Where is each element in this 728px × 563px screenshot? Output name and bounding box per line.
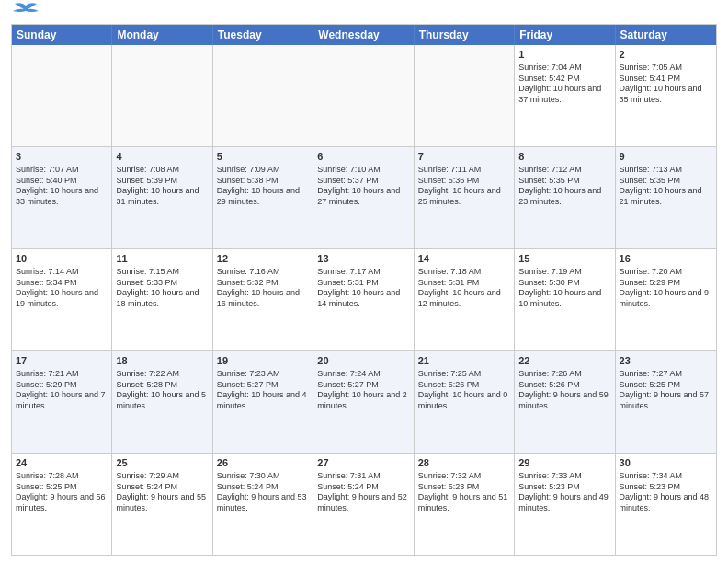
day-info: Sunrise: 7:09 AM Sunset: 5:38 PM Dayligh… <box>217 165 309 208</box>
weekday-header-saturday: Saturday <box>616 25 716 45</box>
calendar-row-4: 24Sunrise: 7:28 AM Sunset: 5:25 PM Dayli… <box>12 453 716 555</box>
calendar-cell-day-11: 11Sunrise: 7:15 AM Sunset: 5:33 PM Dayli… <box>112 249 212 350</box>
day-info: Sunrise: 7:10 AM Sunset: 5:37 PM Dayligh… <box>317 165 409 208</box>
day-info: Sunrise: 7:27 AM Sunset: 5:25 PM Dayligh… <box>620 369 712 412</box>
calendar-cell-day-3: 3Sunrise: 7:07 AM Sunset: 5:40 PM Daylig… <box>12 147 112 248</box>
day-info: Sunrise: 7:32 AM Sunset: 5:23 PM Dayligh… <box>418 471 510 514</box>
day-number: 15 <box>518 252 610 266</box>
day-number: 13 <box>317 252 409 266</box>
day-info: Sunrise: 7:23 AM Sunset: 5:27 PM Dayligh… <box>217 369 309 412</box>
calendar-cell-empty <box>12 45 112 146</box>
calendar-header: SundayMondayTuesdayWednesdayThursdayFrid… <box>12 25 716 45</box>
day-info: Sunrise: 7:14 AM Sunset: 5:34 PM Dayligh… <box>16 267 108 310</box>
calendar-cell-day-18: 18Sunrise: 7:22 AM Sunset: 5:28 PM Dayli… <box>112 351 212 453</box>
day-number: 21 <box>418 354 510 368</box>
calendar-cell-day-16: 16Sunrise: 7:20 AM Sunset: 5:29 PM Dayli… <box>616 249 716 350</box>
calendar-row-1: 3Sunrise: 7:07 AM Sunset: 5:40 PM Daylig… <box>12 146 716 248</box>
calendar-cell-day-10: 10Sunrise: 7:14 AM Sunset: 5:34 PM Dayli… <box>12 249 112 350</box>
day-info: Sunrise: 7:04 AM Sunset: 5:42 PM Dayligh… <box>518 63 610 106</box>
calendar-cell-day-17: 17Sunrise: 7:21 AM Sunset: 5:29 PM Dayli… <box>12 351 112 453</box>
calendar-cell-day-23: 23Sunrise: 7:27 AM Sunset: 5:25 PM Dayli… <box>616 351 716 453</box>
day-number: 3 <box>16 150 108 164</box>
calendar-cell-day-24: 24Sunrise: 7:28 AM Sunset: 5:25 PM Dayli… <box>12 454 112 555</box>
weekday-header-monday: Monday <box>112 25 212 45</box>
day-info: Sunrise: 7:29 AM Sunset: 5:24 PM Dayligh… <box>116 471 208 514</box>
calendar-cell-day-27: 27Sunrise: 7:31 AM Sunset: 5:24 PM Dayli… <box>313 454 414 555</box>
calendar-cell-day-28: 28Sunrise: 7:32 AM Sunset: 5:23 PM Dayli… <box>415 454 515 555</box>
day-info: Sunrise: 7:15 AM Sunset: 5:33 PM Dayligh… <box>116 267 208 310</box>
day-number: 7 <box>418 150 510 164</box>
calendar-body: 1Sunrise: 7:04 AM Sunset: 5:42 PM Daylig… <box>12 45 716 555</box>
day-number: 11 <box>116 252 208 266</box>
day-number: 18 <box>116 354 208 368</box>
calendar-cell-empty <box>213 45 313 146</box>
calendar-cell-day-13: 13Sunrise: 7:17 AM Sunset: 5:31 PM Dayli… <box>313 249 414 350</box>
header <box>11 9 717 18</box>
calendar-cell-day-21: 21Sunrise: 7:25 AM Sunset: 5:26 PM Dayli… <box>415 351 515 453</box>
day-info: Sunrise: 7:24 AM Sunset: 5:27 PM Dayligh… <box>317 369 409 412</box>
calendar-cell-day-6: 6Sunrise: 7:10 AM Sunset: 5:37 PM Daylig… <box>313 147 414 248</box>
calendar-cell-empty <box>112 45 212 146</box>
logo <box>11 9 39 18</box>
calendar-cell-day-8: 8Sunrise: 7:12 AM Sunset: 5:35 PM Daylig… <box>515 147 615 248</box>
calendar-row-2: 10Sunrise: 7:14 AM Sunset: 5:34 PM Dayli… <box>12 248 716 350</box>
calendar-row-0: 1Sunrise: 7:04 AM Sunset: 5:42 PM Daylig… <box>12 45 716 146</box>
day-info: Sunrise: 7:16 AM Sunset: 5:32 PM Dayligh… <box>217 267 309 310</box>
day-number: 16 <box>620 252 712 266</box>
calendar-cell-empty <box>415 45 515 146</box>
day-info: Sunrise: 7:33 AM Sunset: 5:23 PM Dayligh… <box>518 471 610 514</box>
calendar-cell-day-5: 5Sunrise: 7:09 AM Sunset: 5:38 PM Daylig… <box>213 147 313 248</box>
day-number: 2 <box>620 48 712 62</box>
day-number: 27 <box>317 456 409 470</box>
calendar-cell-day-26: 26Sunrise: 7:30 AM Sunset: 5:24 PM Dayli… <box>213 454 313 555</box>
day-number: 14 <box>418 252 510 266</box>
day-number: 24 <box>16 456 108 470</box>
day-info: Sunrise: 7:17 AM Sunset: 5:31 PM Dayligh… <box>317 267 409 310</box>
day-number: 1 <box>518 48 610 62</box>
calendar-cell-day-30: 30Sunrise: 7:34 AM Sunset: 5:23 PM Dayli… <box>616 454 716 555</box>
weekday-header-wednesday: Wednesday <box>313 25 414 45</box>
calendar-row-3: 17Sunrise: 7:21 AM Sunset: 5:29 PM Dayli… <box>12 350 716 453</box>
weekday-header-friday: Friday <box>515 25 615 45</box>
calendar-cell-day-20: 20Sunrise: 7:24 AM Sunset: 5:27 PM Dayli… <box>313 351 414 453</box>
day-info: Sunrise: 7:22 AM Sunset: 5:28 PM Dayligh… <box>116 369 208 412</box>
day-info: Sunrise: 7:13 AM Sunset: 5:35 PM Dayligh… <box>620 165 712 208</box>
day-info: Sunrise: 7:07 AM Sunset: 5:40 PM Dayligh… <box>16 165 108 208</box>
day-info: Sunrise: 7:25 AM Sunset: 5:26 PM Dayligh… <box>418 369 510 412</box>
calendar-cell-day-12: 12Sunrise: 7:16 AM Sunset: 5:32 PM Dayli… <box>213 249 313 350</box>
day-info: Sunrise: 7:12 AM Sunset: 5:35 PM Dayligh… <box>518 165 610 208</box>
day-info: Sunrise: 7:20 AM Sunset: 5:29 PM Dayligh… <box>620 267 712 310</box>
day-number: 8 <box>518 150 610 164</box>
day-info: Sunrise: 7:11 AM Sunset: 5:36 PM Dayligh… <box>418 165 510 208</box>
calendar-cell-day-14: 14Sunrise: 7:18 AM Sunset: 5:31 PM Dayli… <box>415 249 515 350</box>
day-info: Sunrise: 7:18 AM Sunset: 5:31 PM Dayligh… <box>418 267 510 310</box>
day-info: Sunrise: 7:28 AM Sunset: 5:25 PM Dayligh… <box>16 471 108 514</box>
day-info: Sunrise: 7:30 AM Sunset: 5:24 PM Dayligh… <box>217 471 309 514</box>
calendar-cell-day-4: 4Sunrise: 7:08 AM Sunset: 5:39 PM Daylig… <box>112 147 212 248</box>
day-number: 6 <box>317 150 409 164</box>
day-info: Sunrise: 7:19 AM Sunset: 5:30 PM Dayligh… <box>518 267 610 310</box>
day-info: Sunrise: 7:26 AM Sunset: 5:26 PM Dayligh… <box>518 369 610 412</box>
weekday-header-thursday: Thursday <box>415 25 515 45</box>
calendar-cell-day-9: 9Sunrise: 7:13 AM Sunset: 5:35 PM Daylig… <box>616 147 716 248</box>
day-number: 19 <box>217 354 309 368</box>
weekday-header-tuesday: Tuesday <box>213 25 313 45</box>
day-number: 9 <box>620 150 712 164</box>
day-number: 23 <box>620 354 712 368</box>
day-number: 25 <box>116 456 208 470</box>
day-number: 30 <box>620 456 712 470</box>
weekday-header-sunday: Sunday <box>12 25 112 45</box>
calendar-cell-day-25: 25Sunrise: 7:29 AM Sunset: 5:24 PM Dayli… <box>112 454 212 555</box>
calendar-cell-day-29: 29Sunrise: 7:33 AM Sunset: 5:23 PM Dayli… <box>515 454 615 555</box>
calendar-cell-day-15: 15Sunrise: 7:19 AM Sunset: 5:30 PM Dayli… <box>515 249 615 350</box>
calendar-cell-day-7: 7Sunrise: 7:11 AM Sunset: 5:36 PM Daylig… <box>415 147 515 248</box>
day-number: 26 <box>217 456 309 470</box>
day-number: 22 <box>518 354 610 368</box>
day-info: Sunrise: 7:08 AM Sunset: 5:39 PM Dayligh… <box>116 165 208 208</box>
day-info: Sunrise: 7:31 AM Sunset: 5:24 PM Dayligh… <box>317 471 409 514</box>
calendar-cell-day-22: 22Sunrise: 7:26 AM Sunset: 5:26 PM Dayli… <box>515 351 615 453</box>
calendar: SundayMondayTuesdayWednesdayThursdayFrid… <box>11 24 717 556</box>
day-number: 28 <box>418 456 510 470</box>
calendar-cell-empty <box>313 45 414 146</box>
day-info: Sunrise: 7:21 AM Sunset: 5:29 PM Dayligh… <box>16 369 108 412</box>
